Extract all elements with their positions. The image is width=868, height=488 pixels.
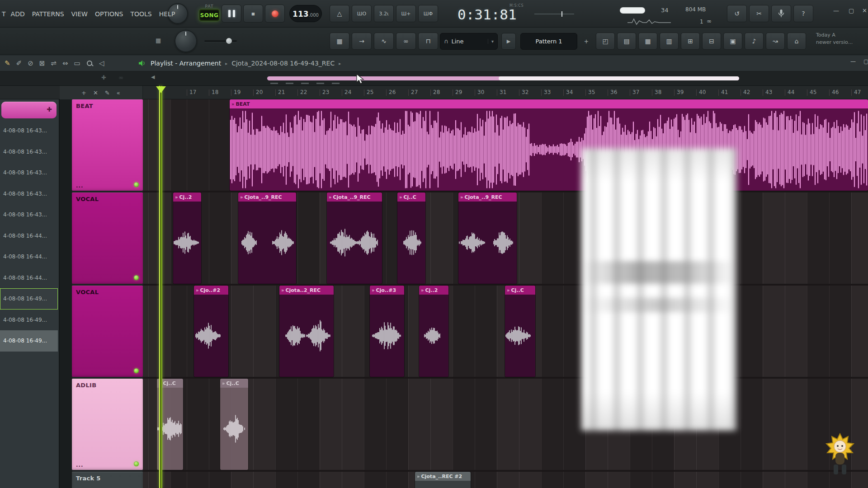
snap-grid-button[interactable]: ▦ [330,33,349,50]
audio-clip[interactable]: »Cjota_..9_REC [238,192,296,284]
typing-keyboard-icon[interactable]: ▦ [156,37,161,44]
scrollbar-thumb[interactable] [499,76,739,80]
panel-icon-5[interactable]: ⊞ [681,33,700,50]
panel-icon-10[interactable]: ⌂ [787,33,806,50]
panel-icon-1[interactable]: ◰ [596,33,615,50]
browser-item[interactable]: 4-08-08 16-49... [0,330,58,352]
clip-header[interactable]: »Cjo..#2 [194,286,228,295]
clip-header[interactable]: »Cjo..#3 [370,286,404,295]
record-button[interactable] [265,5,285,23]
horizontal-scrollbar[interactable] [267,76,739,80]
mic-button[interactable] [771,5,791,22]
stop-button[interactable]: ■ [243,5,263,23]
shuffle-slider[interactable] [204,40,237,42]
panel-icon-2[interactable]: ▤ [617,33,636,50]
browser-item[interactable]: 4-08-08 16-49... [0,310,58,331]
audio-clip[interactable]: »Cjota_..9_REC [458,192,517,284]
close-button[interactable]: ✕ [862,7,867,14]
scrub-slider[interactable] [534,14,574,14]
menu-item-view[interactable]: VIEW [68,10,91,18]
playback-tool[interactable]: ◁ [99,59,104,67]
menu-item-tools[interactable]: TOOLS [127,10,155,18]
delete-tool[interactable]: ⊘ [28,59,33,67]
maximize-button[interactable]: ▢ [849,7,854,14]
step-edit-button[interactable]: ШΦ [418,5,438,22]
browser-item[interactable]: 4-08-08 16-43... [0,120,58,141]
panel-icon-6[interactable]: ⊟ [702,33,721,50]
browser-item[interactable]: 4-08-08 16-44... [0,225,58,247]
track-enabled-led[interactable] [134,368,139,373]
clip-header[interactable]: »Cjota_..REC #2 [415,472,471,481]
track-header-adlib[interactable]: ADLIB... [72,379,143,470]
clip-header[interactable]: »Cjota..2_REC [279,286,334,295]
scrub-handle[interactable] [561,11,562,17]
main-pitch-knob[interactable] [175,30,197,52]
track-header-track-5[interactable]: Track 5 [72,472,143,488]
blend-recording-button[interactable]: ШO [352,5,372,22]
dragged-sample-item[interactable]: ✚ [1,102,57,118]
zoom-tool[interactable] [86,60,93,67]
menu-item-add[interactable]: ADD [7,10,28,18]
menu-item-patterns[interactable]: PATTERNS [28,10,68,18]
pattern-selector[interactable]: Pattern 1 [520,33,577,50]
clip-header[interactable]: »Cj..C [220,379,248,388]
panel-icon-9[interactable]: ↝ [766,33,785,50]
audio-clip[interactable]: »Cjo..#2 [194,286,228,377]
panel-icon-7[interactable]: ▣ [723,33,742,50]
pattern-play-button[interactable]: ▶ [501,33,516,50]
playlist-title[interactable]: Playlist - Arrangement [151,60,221,67]
playlist-grid[interactable]: »BEAT»Cj..2»Cjota_..9_REC»Cjota_..9_REC»… [143,99,868,488]
snap-selector[interactable]: ∩ Line ▾ [440,33,498,50]
select-tool[interactable]: ▭ [74,59,80,67]
loop-record-button[interactable]: Ш+ [396,5,416,22]
playlist-minimize-button[interactable]: — [850,58,856,65]
sync-button[interactable]: ↺ [727,5,747,22]
playhead-marker[interactable] [156,86,166,93]
song-mode-button[interactable]: SONG [199,9,220,21]
browser-item[interactable]: 4-08-08 16-49... [0,288,58,310]
browser-item[interactable]: 4-08-08 16-44... [0,267,58,289]
clip-header[interactable]: »Cjota_..9_REC [238,192,296,202]
link-notes-button[interactable]: ∞ [396,33,416,50]
audio-clip[interactable]: »BEAT [230,99,868,191]
clip-header[interactable]: »Cjota_..9_REC [327,192,382,202]
audio-clip[interactable]: »Cj..C [505,286,535,377]
add-track-button[interactable]: + [81,90,86,96]
panel-icon-3[interactable]: ▦ [638,33,657,50]
rename-button[interactable]: ✎ [105,90,110,96]
pause-button[interactable] [222,5,241,23]
audio-clip[interactable]: »Cj..C [220,379,248,470]
minimize-button[interactable]: — [833,7,839,14]
cut-button[interactable]: ✂ [749,5,769,22]
track-header-vocal[interactable]: VOCAL [72,192,143,284]
metronome-button[interactable]: △ [330,5,349,22]
clip-header[interactable]: »BEAT [230,99,868,108]
clip-header[interactable]: »Cj..C [505,286,535,295]
time-display[interactable]: 0:31:81 M:S:CS [458,2,522,26]
track-enabled-led[interactable] [134,182,139,187]
panel-icon-8[interactable]: ♪ [745,33,764,50]
countdown-button[interactable]: 3.2ι [374,5,394,22]
clip-header[interactable]: »Cj..2 [419,286,448,295]
audio-clip[interactable]: »Cjota_..9_REC [327,192,382,284]
stretch-tool[interactable]: ⇔ [62,59,68,67]
hat-button[interactable]: ⊓ [418,33,438,50]
slider-handle[interactable] [226,38,232,44]
playlist-maximize-button[interactable]: ▢ [863,58,868,65]
delete-button[interactable]: ✕ [93,90,98,96]
help-button[interactable]: ? [793,5,813,22]
step-sequencer-button[interactable]: → [352,33,372,50]
track-enabled-led[interactable] [134,275,139,280]
browser-item[interactable]: 4-08-08 16-43... [0,141,58,163]
clip-header[interactable]: »Cj..2 [173,192,201,202]
clip-header[interactable]: »Cj..C [397,192,425,202]
pencil-tool[interactable]: ✎ [5,59,10,67]
tempo-display[interactable]: 113.000 [289,5,322,22]
track-header-vocal[interactable]: VOCAL [72,286,143,377]
slip-tool[interactable]: ⇌ [51,59,57,67]
browser-item[interactable]: 4-08-08 16-44... [0,246,58,267]
scroll-left-button[interactable]: ◀ [151,74,155,80]
menu-item-help[interactable]: HELP [156,10,179,18]
browser-item[interactable]: 4-08-08 16-43... [0,162,58,183]
update-notification[interactable]: Today A newer versio... [816,32,867,46]
